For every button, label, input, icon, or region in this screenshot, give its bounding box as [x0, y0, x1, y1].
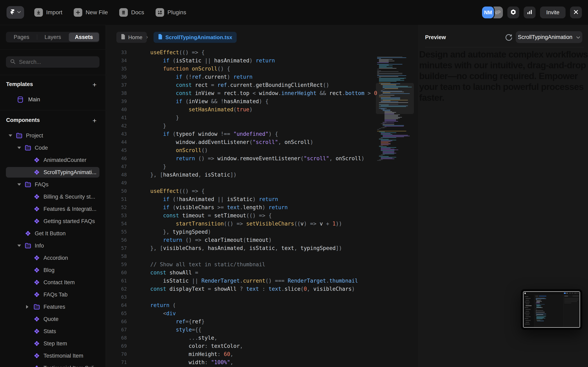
tree-component-animatedcounter[interactable]: ❖AnimatedCounter — [0, 154, 105, 166]
code-line[interactable]: 61 isStatic || RenderTarget.current() ==… — [106, 277, 418, 285]
minimap-line — [383, 135, 408, 135]
tab-pages[interactable]: Pages — [6, 33, 36, 42]
tree-component-testimonial-item[interactable]: ❖Testimonial Item — [0, 350, 105, 362]
refresh-icon[interactable] — [505, 34, 513, 42]
chevron-collapsed-icon[interactable] — [26, 305, 28, 309]
line-number: 42 — [106, 122, 127, 130]
code-line[interactable]: 38 const inView = rect.top < window.inne… — [106, 89, 418, 97]
code-line[interactable]: 47 } — [106, 162, 418, 171]
chevron-expanded-icon[interactable] — [17, 245, 21, 247]
tab-assets[interactable]: Assets — [69, 33, 99, 42]
code-line[interactable]: 67 style={{ — [106, 325, 418, 334]
chevron-expanded-icon[interactable] — [17, 184, 21, 186]
code-line[interactable]: 69 color: textColor, — [106, 342, 418, 350]
code-line[interactable]: 64return ( — [106, 301, 418, 309]
tree-component-quote[interactable]: ❖Quote — [0, 313, 105, 325]
code-line[interactable]: 58 — [106, 252, 418, 260]
avatar-nm[interactable]: NM — [482, 7, 494, 18]
code-line[interactable]: 56 return () => clearTimeout(timeout) — [106, 236, 418, 244]
code-line[interactable]: 46 return () => window.removeEventListen… — [106, 154, 418, 162]
search-input[interactable] — [18, 59, 95, 66]
code-line[interactable]: 35 function onScroll() { — [106, 65, 418, 73]
code-line[interactable]: 39 if (inView && !hasAnimated) { — [106, 97, 418, 105]
search-box[interactable] — [6, 56, 99, 68]
chevron-expanded-icon[interactable] — [9, 134, 12, 137]
analytics-icon-button[interactable] — [524, 7, 536, 18]
tree-folder-project[interactable]: Project — [0, 129, 105, 142]
tree-component-stats[interactable]: ❖Stats — [0, 325, 105, 337]
code-line[interactable]: 65 <div — [106, 309, 418, 317]
minimap-line — [384, 121, 398, 122]
tree-component-blog[interactable]: ❖Blog — [0, 264, 105, 276]
code-line[interactable]: 43 if (typeof window !== "undefined") { — [106, 130, 418, 138]
add-template-button[interactable]: + — [91, 81, 98, 88]
tab-layers[interactable]: Layers — [38, 33, 68, 42]
code-line[interactable]: 41 } — [106, 114, 418, 122]
line-number: 43 — [106, 130, 127, 138]
minimap-line — [384, 115, 398, 116]
code-lines[interactable]: 33useEffect(() => {34 if (isStatic || ha… — [106, 48, 418, 366]
chevron-expanded-icon[interactable] — [17, 147, 21, 149]
tree-folder-features[interactable]: Features — [0, 301, 105, 313]
toolbar-action-import[interactable]: Import — [34, 8, 62, 17]
tree-folder-info[interactable]: Info — [0, 240, 105, 252]
toolbar-right: NMNP Invite — [482, 0, 582, 25]
close-button[interactable] — [570, 7, 582, 18]
toolbar-action-plugins[interactable]: Plugins — [156, 8, 186, 17]
code-line[interactable]: 71 width: "100%", — [106, 358, 418, 366]
code-line[interactable]: 55 }, typingSpeed) — [106, 228, 418, 236]
code-line[interactable]: 59// Show all text in static/thumbnail — [106, 260, 418, 268]
tree-folder-code[interactable]: Code — [0, 142, 105, 154]
preview-component-dropdown[interactable]: ScrollTypingAnimation — [516, 31, 582, 43]
tree-component-getting-started-faqs[interactable]: ❖Getting started FAQs — [0, 215, 105, 227]
tree-component-testimonial-item-spli[interactable]: ❖Testimonial Item Spli — [0, 362, 105, 367]
code-line[interactable]: 66 ref={ref} — [106, 317, 418, 325]
code-text: isStatic || RenderTarget.current() === R… — [150, 277, 358, 285]
code-line[interactable]: 53 const timeout = setTimeout(() => { — [106, 211, 418, 220]
floating-preview-window[interactable] — [521, 289, 582, 330]
code-line[interactable]: 40 setHasAnimated(true) — [106, 105, 418, 114]
gem-icon-button[interactable] — [507, 7, 519, 18]
tree-component-step-item[interactable]: ❖Step Item — [0, 337, 105, 350]
minimap-viewport[interactable] — [376, 83, 414, 114]
tree-component-features-integrati-[interactable]: ❖Features & Integrati... — [0, 203, 105, 215]
tree-component-billing-security-st-[interactable]: ❖Billing & Security st... — [0, 191, 105, 203]
tree-component-contact-item[interactable]: ❖Contact Item — [0, 276, 105, 289]
code-line[interactable]: 62const displayText = showAll ? text : t… — [106, 285, 418, 293]
code-line[interactable]: 60const showAll = — [106, 268, 418, 277]
code-line[interactable]: 50useEffect(() => { — [106, 187, 418, 195]
code-line[interactable]: 68 ...style, — [106, 334, 418, 342]
code-line[interactable]: 37 const rect = ref.current.getBoundingC… — [106, 81, 418, 89]
add-component-button[interactable]: + — [91, 117, 98, 124]
code-line[interactable]: 48}, [hasAnimated, isStatic]) — [106, 171, 418, 179]
breadcrumb-home[interactable]: Home — [116, 32, 147, 43]
minimap-line — [383, 123, 394, 123]
framer-logo-button[interactable] — [7, 6, 24, 19]
code-line[interactable]: 33useEffect(() => { — [106, 48, 418, 57]
code-line[interactable]: 45 onScroll() — [106, 146, 418, 154]
tree-component-faqs-tab[interactable]: ❖FAQs Tab — [0, 289, 105, 301]
code-line[interactable]: 36 if (!ref.current) return — [106, 73, 418, 81]
code-line[interactable]: 34 if (isStatic || hasAnimated) return — [106, 57, 418, 65]
code-line[interactable]: 42 } — [106, 122, 418, 130]
code-line[interactable]: 51 if (!hasAnimated || isStatic) return — [106, 195, 418, 203]
code-line[interactable]: 54 startTransition(() => setVisibleChars… — [106, 220, 418, 228]
toolbar-action-docs[interactable]: Docs — [119, 8, 144, 17]
toolbar-action-new-file[interactable]: New File — [74, 8, 108, 17]
tree-component-accordion[interactable]: ❖Accordion — [0, 252, 105, 264]
code-line[interactable]: 49 — [106, 179, 418, 187]
tree-component-get-it-button[interactable]: ❖Get It Button — [0, 227, 105, 240]
code-line[interactable]: 63 — [106, 293, 418, 301]
pip-sidebar-row — [526, 298, 531, 299]
code-line[interactable]: 57}, [visibleChars, hasAnimated, isStati… — [106, 244, 418, 252]
template-item-main[interactable]: Main — [0, 93, 105, 106]
tree-component-scrolltypinganimati-[interactable]: ❖ScrollTypingAnimati... — [0, 166, 105, 178]
code-line[interactable]: 44 window.addEventListener("scroll", onS… — [106, 138, 418, 146]
tree-folder-faqs[interactable]: FAQs — [0, 178, 105, 191]
code-line[interactable]: 52 if (visibleChars >= text.length) retu… — [106, 203, 418, 211]
code-line[interactable]: 70 minHeight: 60, — [106, 350, 418, 358]
breadcrumb-active-file[interactable]: ScrollTypingAnimation.tsx — [154, 32, 237, 43]
line-number: 40 — [106, 105, 127, 114]
line-number: 60 — [106, 268, 127, 277]
invite-button[interactable]: Invite — [540, 7, 566, 18]
